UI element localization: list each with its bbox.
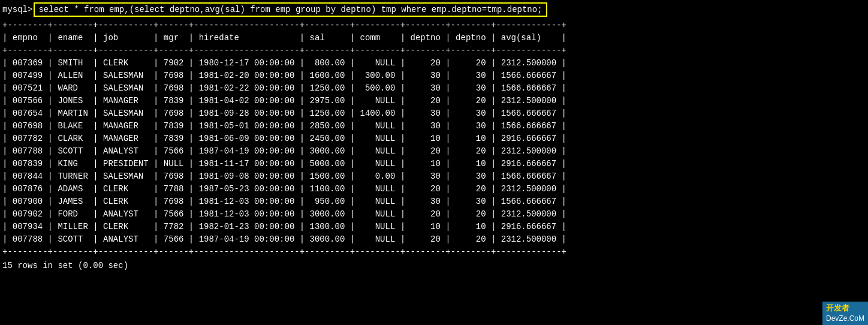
top-separator: +--------+--------+-----------+------+--…: [2, 19, 866, 32]
table-row: | 007839 | KING | PRESIDENT | NULL | 198…: [2, 158, 866, 170]
result-table: +--------+--------+-----------+------+--…: [0, 19, 868, 258]
table-row: | 007934 | MILLER | CLERK | 7782 | 1982-…: [2, 221, 866, 233]
table-row: | 007788 | SCOTT | ANALYST | 7566 | 1987…: [2, 233, 866, 246]
table-body: | 007369 | SMITH | CLERK | 7902 | 1980-1…: [2, 57, 866, 246]
table-row: | 007900 | JAMES | CLERK | 7698 | 1981-1…: [2, 195, 866, 208]
prompt-label: mysql>: [0, 5, 32, 14]
table-row: | 007698 | BLAKE | MANAGER | 7839 | 1981…: [2, 120, 866, 133]
table-row: | 007876 | ADAMS | CLERK | 7788 | 1987-0…: [2, 183, 866, 195]
devze-badge: 开发者 DevZe.CoM: [822, 302, 868, 325]
footer: 15 rows in set (0.00 sec): [0, 258, 868, 273]
badge-bottom: DevZe.CoM: [826, 314, 864, 324]
table-row: | 007369 | SMITH | CLERK | 7902 | 1980-1…: [2, 57, 866, 70]
table-row: | 007902 | FORD | ANALYST | 7566 | 1981-…: [2, 208, 866, 221]
table-row: | 007521 | WARD | SALESMAN | 7698 | 1981…: [2, 82, 866, 95]
table-header: | empno | ename | job | mgr | hiredate |…: [2, 32, 866, 44]
table-row: | 007499 | ALLEN | SALESMAN | 7698 | 198…: [2, 70, 866, 82]
bottom-separator: +--------+--------+-----------+------+--…: [2, 246, 866, 258]
prompt-line: mysql> select * from emp,(select deptno,…: [0, 0, 868, 19]
table-row: | 007782 | CLARK | MANAGER | 7839 | 1981…: [2, 133, 866, 145]
table-row: | 007654 | MARTIN | SALESMAN | 7698 | 19…: [2, 107, 866, 120]
table-row: | 007844 | TURNER | SALESMAN | 7698 | 19…: [2, 170, 866, 183]
header-separator: +--------+--------+-----------+------+--…: [2, 44, 866, 57]
badge-top: 开发者: [826, 303, 864, 314]
table-row: | 007566 | JONES | MANAGER | 7839 | 1981…: [2, 95, 866, 107]
terminal: mysql> select * from emp,(select deptno,…: [0, 0, 868, 273]
table-row: | 007788 | SCOTT | ANALYST | 7566 | 1987…: [2, 145, 866, 158]
query-input[interactable]: select * from emp,(select deptno,avg(sal…: [34, 2, 547, 17]
